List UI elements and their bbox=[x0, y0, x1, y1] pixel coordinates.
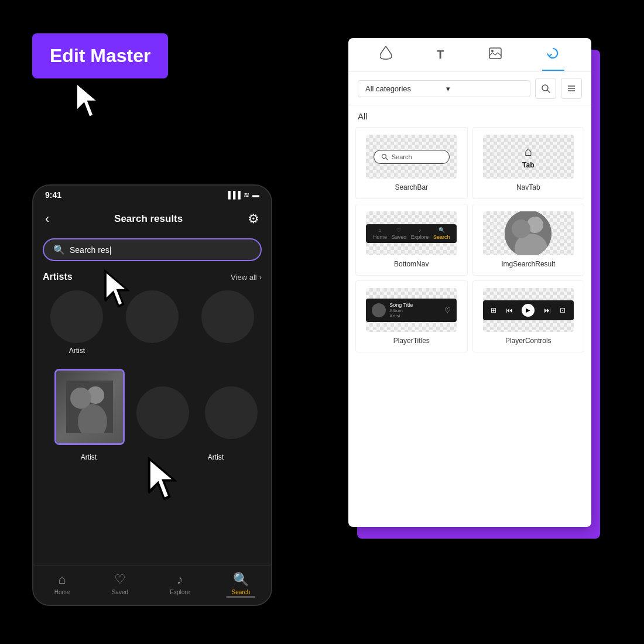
cursor-1-icon bbox=[73, 81, 105, 122]
component-grid: Search SearchBar ⌂ Tab NavTab ⌂ Home bbox=[348, 125, 591, 355]
nav-item-home[interactable]: ⌂ Home bbox=[54, 572, 70, 595]
preview-next-icon: ⏭ bbox=[544, 306, 551, 314]
preview-saved-icon: ♡ bbox=[396, 227, 401, 233]
list-item[interactable]: Artist bbox=[43, 290, 111, 355]
category-label: All categories bbox=[365, 84, 443, 93]
wifi-icon: ≋ bbox=[244, 191, 249, 199]
phone-header-title: Search results bbox=[114, 213, 183, 225]
droplet-toolbar-icon[interactable] bbox=[375, 44, 396, 66]
view-all-chevron-icon: › bbox=[259, 273, 262, 282]
list-item[interactable] bbox=[132, 386, 193, 445]
phone-status-bar: 9:41 ▐▐▐ ≋ ▬ bbox=[33, 186, 271, 204]
preview-play-icon: ▶ bbox=[522, 304, 535, 317]
preview-playertitles-widget: Song Title Album Artist ♡ bbox=[366, 299, 457, 322]
preview-prev-icon: ⏮ bbox=[506, 306, 513, 314]
nav-item-explore[interactable]: ♪ Explore bbox=[170, 572, 190, 595]
image-toolbar-icon[interactable] bbox=[484, 45, 506, 64]
imgsearch-label: ImgSearchResult bbox=[501, 260, 555, 268]
navtab-label: NavTab bbox=[516, 183, 540, 191]
svg-point-5 bbox=[491, 50, 494, 52]
preview-bnav-explore: ♪ Explore bbox=[411, 227, 429, 240]
list-item[interactable] bbox=[200, 386, 262, 445]
svg-rect-4 bbox=[489, 48, 501, 59]
person-silhouette bbox=[66, 381, 113, 433]
component-panel: T All categories ▾ All Search bbox=[348, 38, 591, 527]
filter-list-button[interactable] bbox=[561, 78, 582, 99]
preview-bnav-search: 🔍 Search bbox=[433, 227, 450, 240]
preview-song-title: Song Title bbox=[389, 302, 413, 308]
artist-avatar bbox=[50, 290, 103, 343]
preview-search-text: Search bbox=[392, 153, 412, 160]
home-nav-icon: ⌂ bbox=[58, 572, 66, 587]
phone-header: ‹ Search results ⚙ bbox=[33, 204, 271, 234]
preview-navtab-widget: ⌂ Tab bbox=[522, 144, 534, 169]
phone-mockup: 9:41 ▐▐▐ ≋ ▬ ‹ Search results ⚙ 🔍 Artist… bbox=[32, 184, 272, 606]
component-card-imgsearch[interactable]: ImgSearchResult bbox=[472, 204, 585, 276]
back-button[interactable]: ‹ bbox=[43, 209, 52, 229]
preview-heart-icon: ♡ bbox=[444, 306, 451, 314]
refresh-toolbar-icon[interactable] bbox=[542, 44, 564, 65]
phone-search-input[interactable] bbox=[70, 245, 251, 255]
saved-nav-label: Saved bbox=[112, 589, 128, 595]
preview-search-nav-icon: 🔍 bbox=[439, 227, 445, 233]
status-time: 9:41 bbox=[45, 190, 61, 200]
search-magnifier-icon: 🔍 bbox=[53, 244, 65, 255]
preview-bnav-home: ⌂ Home bbox=[373, 227, 387, 240]
preview-search-icon bbox=[381, 153, 388, 160]
list-item[interactable] bbox=[54, 369, 125, 445]
component-card-playertitles[interactable]: Song Title Album Artist ♡ PlayerTitles bbox=[355, 280, 468, 352]
preview-album-text: Album bbox=[389, 308, 413, 313]
preview-searchbar-widget: Search bbox=[374, 150, 450, 164]
preview-track-text: Song Title Album Artist bbox=[389, 302, 413, 318]
component-card-searchbar[interactable]: Search SearchBar bbox=[355, 127, 468, 199]
component-card-bottomnav[interactable]: ⌂ Home ♡ Saved ♪ Explore 🔍 Search bbox=[355, 204, 468, 276]
phone-search-bar[interactable]: 🔍 bbox=[43, 238, 262, 261]
svg-line-7 bbox=[547, 90, 550, 93]
svg-point-11 bbox=[382, 154, 386, 158]
category-select[interactable]: All categories ▾ bbox=[358, 80, 530, 97]
preview-tab-icon: ⌂ bbox=[525, 144, 532, 159]
search-nav-label: Search bbox=[232, 589, 251, 595]
artist-name: Artist bbox=[81, 453, 97, 461]
preview-disc-icon bbox=[372, 303, 386, 317]
searchbar-label: SearchBar bbox=[395, 183, 428, 191]
nav-item-search[interactable]: 🔍 Search bbox=[232, 572, 251, 595]
preview-playercontrols-widget: ⊞ ⏮ ▶ ⏭ ⊡ bbox=[483, 300, 574, 320]
heart-nav-icon: ♡ bbox=[114, 572, 126, 587]
text-toolbar-icon[interactable]: T bbox=[432, 46, 448, 64]
cursor-2-icon bbox=[102, 269, 135, 310]
artists-section-title: Artists bbox=[43, 272, 73, 282]
preview-player-info: Song Title Album Artist bbox=[372, 302, 413, 318]
preview-bottomnav-widget: ⌂ Home ♡ Saved ♪ Explore 🔍 Search bbox=[366, 224, 457, 243]
component-card-navtab[interactable]: ⌂ Tab NavTab bbox=[472, 127, 585, 199]
view-all-button[interactable]: View all › bbox=[231, 273, 262, 282]
imgsearch-preview bbox=[483, 211, 574, 255]
preview-search-nav-label: Search bbox=[433, 234, 450, 240]
view-all-label: View all bbox=[231, 273, 257, 282]
search-nav-icon: 🔍 bbox=[233, 572, 249, 587]
bottomnav-preview: ⌂ Home ♡ Saved ♪ Explore 🔍 Search bbox=[366, 211, 457, 255]
artist-avatar bbox=[136, 386, 189, 439]
panel-filter-row: All categories ▾ bbox=[348, 72, 591, 105]
svg-point-3 bbox=[70, 388, 91, 409]
preview-home-label: Home bbox=[373, 234, 387, 240]
preview-home-icon: ⌂ bbox=[378, 227, 381, 233]
artist-avatar-highlight bbox=[54, 369, 125, 445]
settings-button[interactable]: ⚙ bbox=[245, 209, 262, 229]
preview-artist-text: Artist bbox=[389, 313, 413, 318]
nav-item-saved[interactable]: ♡ Saved bbox=[112, 572, 128, 595]
edit-master-button[interactable]: Edit Master bbox=[32, 33, 168, 78]
battery-icon: ▬ bbox=[252, 191, 259, 199]
preview-tab-label: Tab bbox=[522, 161, 534, 169]
svg-point-16 bbox=[512, 220, 530, 238]
preview-shuffle-icon: ⊞ bbox=[491, 306, 496, 314]
phone-bottom-nav: ⌂ Home ♡ Saved ♪ Explore 🔍 Search bbox=[33, 566, 271, 605]
list-item[interactable] bbox=[193, 290, 262, 355]
artist-name: Artist bbox=[208, 453, 224, 461]
playercontrols-label: PlayerControls bbox=[505, 337, 551, 345]
preview-explore-icon: ♪ bbox=[419, 227, 422, 233]
svg-line-12 bbox=[386, 158, 388, 160]
preview-saved-label: Saved bbox=[392, 234, 407, 240]
component-card-playercontrols[interactable]: ⊞ ⏮ ▶ ⏭ ⊡ PlayerControls bbox=[472, 280, 585, 352]
filter-search-button[interactable] bbox=[535, 78, 556, 99]
